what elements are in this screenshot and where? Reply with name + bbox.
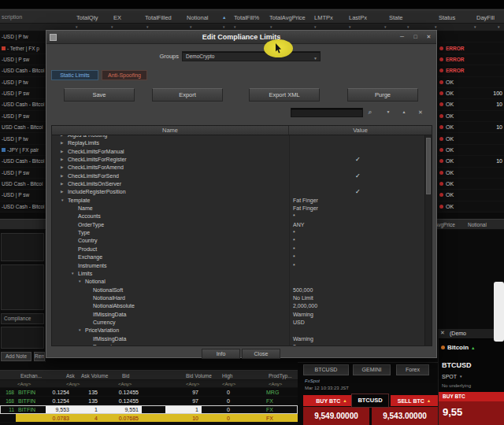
blotter-row[interactable]: -USD | P sw [0,111,47,122]
export-button[interactable]: Export [152,88,223,102]
tab-static-limits[interactable]: Static Limits [51,70,98,80]
blotter-row[interactable]: USD Cash - Bitcoi [0,122,47,133]
blotter-row[interactable]: -USD Cash - Bitcoi [0,156,47,167]
market-column-header-bidvolume[interactable]: Bid Volume [186,373,212,379]
market-column-header-exchan[interactable]: Exchan... [20,373,42,379]
tree-row[interactable]: Percentage2 [52,343,424,346]
column-header-status[interactable]: Status [439,14,455,21]
filter-chevron-icon[interactable]: ▼ [406,25,410,29]
blotter-row[interactable]: -JPY | FX pair [0,145,47,156]
save-button[interactable]: Save [64,88,135,102]
search-input[interactable] [291,108,363,117]
tree-collapsed-icon[interactable]: ▶ [61,172,68,180]
blotter-status-row[interactable]: OK [438,190,504,201]
tree-collapsed-icon[interactable]: ▶ [61,180,68,188]
tree-row[interactable]: CurrencyUSD [52,319,424,327]
tree-row-value[interactable] [289,148,424,156]
tree-row-value[interactable]: * [289,229,424,237]
compliance-panel-tab[interactable]: Compliance [1,313,44,324]
filter-chevron-icon[interactable]: ▼ [348,25,351,29]
blotter-status-row[interactable]: OK [438,179,504,190]
market-row[interactable]: 168BITFIN0.12541350.12455970MRG [0,388,298,397]
tree-scrollbar[interactable] [424,135,432,346]
tree-row[interactable]: Accounts* [52,213,424,220]
column-header-totalfill[interactable]: TotalFill% [234,14,259,21]
tree-row-value[interactable]: USD [289,319,424,327]
tree-collapsed-icon[interactable]: ▶ [61,139,68,147]
tree-row[interactable]: ▶CheckLimitsForManual [52,148,424,156]
tree-row-value[interactable]: * [289,246,424,253]
export-xml-button[interactable]: Export XML [249,88,320,102]
blotter-status-row[interactable]: ERROR [438,42,504,54]
market-row[interactable]: 11BITFIN9,55319,55110FX [0,405,298,414]
market-filter-any[interactable]: <Any> [269,382,282,386]
side-buy-button[interactable]: BUY BTC [439,392,504,401]
tree-row-value[interactable] [289,164,424,172]
blotter-row[interactable]: -USD | P sw [0,168,47,179]
tab-btcusd[interactable]: BTCUSD [303,364,349,375]
scrollbar-thumb[interactable] [426,138,431,194]
blotter-status-row[interactable]: OK10 [438,156,504,167]
tree-row[interactable]: ▶CheckLimitsForSend✓ [52,172,424,180]
filter-chevron-icon[interactable]: ▼ [497,25,500,29]
tree-row-value[interactable]: No Limit [289,294,424,302]
tree-row[interactable]: NotionalAbsolute2,000,000 [52,302,424,310]
tree-row-value[interactable] [289,270,424,278]
tree-row[interactable]: NameFat Finger [52,205,424,213]
tree-expanded-icon[interactable]: ▼ [61,197,68,205]
column-header-state[interactable]: State [389,14,403,21]
market-filter-any[interactable]: <Any> [17,382,31,386]
maximize-icon[interactable]: □ [410,32,421,42]
market-filter-any[interactable]: <Any> [118,382,132,386]
tree-row-value[interactable]: ✓ [289,172,424,180]
tree-row[interactable]: ▶CheckLimitsForAmend [52,164,424,172]
tree-collapsed-icon[interactable]: ▶ [61,164,68,172]
blotter-status-row[interactable]: OK [438,111,504,122]
tree-row[interactable]: NotionalSoft500,000 [52,286,424,294]
column-header-dayfill[interactable]: DayFill [476,14,495,21]
filter-chevron-icon[interactable]: ▼ [269,25,272,29]
blotter-row[interactable]: -USD | P sw [0,190,47,201]
tree-row[interactable]: ▼TemplateFat Finger [52,197,424,205]
tree-row-value[interactable]: 2 [289,343,424,346]
blotter-row[interactable]: -USD | P sw [0,88,47,99]
tree-row-value[interactable] [289,180,424,188]
filter-chevron-icon[interactable]: ▼ [222,25,225,29]
tree-row[interactable]: ▶IncludeRegisterPosition✓ [52,188,424,196]
tab-anti-spoofing[interactable]: Anti-Spoofing [102,70,147,80]
tree-row[interactable]: ▼PriceVariation [52,327,424,334]
tree-row[interactable]: ▼Limits [52,270,424,278]
blotter-status-row[interactable]: OK [438,77,504,88]
market-filter-any[interactable]: <Any> [66,382,80,386]
market-row[interactable]: 0.078340.07685100FX [0,414,298,423]
filter-chevron-icon[interactable]: ▼ [146,25,149,29]
market-column-header-high[interactable]: High [222,373,232,379]
blotter-status-row[interactable]: OK100 [438,88,504,99]
tree-row-value[interactable]: 500,000 [289,286,424,294]
tree-collapsed-icon[interactable]: ▶ [61,148,68,156]
column-header-totalqty[interactable]: TotalQty [76,14,98,21]
tree-row-value[interactable]: 2,000,000 [289,302,424,310]
market-column-header-bid[interactable]: Bid [122,373,129,379]
blotter-row[interactable]: - Tether | FX p [0,42,47,54]
blotter-status-row[interactable]: OK [438,168,504,179]
tree-row-value[interactable]: ✓ [289,188,424,196]
tree-row[interactable]: IfMissingDataWarning [52,311,424,319]
filter-chevron-icon[interactable]: ▼ [233,25,236,29]
column-header-totalavgprice[interactable]: TotalAvgPrice [269,14,306,21]
search-next-icon[interactable]: ▼ [383,107,394,117]
column-header-totalfilled[interactable]: TotalFilled [145,14,172,21]
blotter-status-row[interactable]: OK [438,133,504,144]
tree-row[interactable]: IfMissingDataWarning [52,335,424,343]
tree-row[interactable]: Country* [52,237,424,245]
filter-chevron-icon[interactable]: ▼ [189,25,192,29]
column-header-notional[interactable]: Notional [468,222,487,227]
blotter-status-row[interactable]: OK10 [438,99,504,110]
market-filter-any[interactable]: <Any> [222,382,235,386]
close-icon[interactable]: ✕ [440,330,445,336]
market-column-header-askvolume[interactable]: Ask Volume [81,373,108,379]
filter-chevron-icon[interactable]: ▼ [313,25,317,29]
tree-row[interactable]: ▼Notional [52,278,424,286]
blotter-status-row[interactable] [438,31,504,42]
tree-row-value[interactable]: * [289,262,424,270]
